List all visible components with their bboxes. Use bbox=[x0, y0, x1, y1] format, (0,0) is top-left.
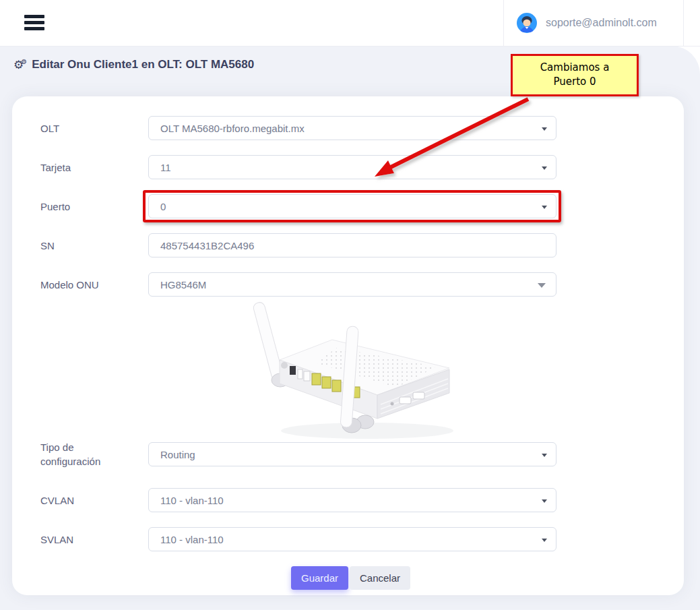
tarjeta-select-value: 11 bbox=[160, 162, 171, 173]
save-button[interactable]: Guardar bbox=[291, 566, 348, 590]
olt-select[interactable]: OLT MA5680-rbforo.megabit.mx bbox=[148, 116, 556, 140]
avatar bbox=[517, 13, 537, 33]
form-row-tarjeta: Tarjeta 11 bbox=[12, 155, 684, 179]
sn-label: SN bbox=[40, 233, 131, 257]
user-menu[interactable]: soporte@adminolt.com bbox=[503, 0, 684, 46]
chevron-down-icon bbox=[538, 283, 546, 288]
modelo-onu-select[interactable]: HG8546M bbox=[148, 272, 556, 297]
chevron-down-icon bbox=[542, 499, 547, 503]
tipo-configuracion-label: Tipo de configuración bbox=[40, 442, 131, 466]
tarjeta-select[interactable]: 11 bbox=[148, 155, 556, 179]
sn-input[interactable] bbox=[148, 233, 556, 257]
tarjeta-label: Tarjeta bbox=[40, 155, 131, 179]
svlan-select[interactable]: 110 - vlan-110 bbox=[148, 527, 556, 551]
form-row-tipo-configuracion: Tipo de configuración Routing bbox=[12, 442, 684, 466]
form-row-olt: OLT OLT MA5680-rbforo.megabit.mx bbox=[12, 116, 684, 140]
puerto-select[interactable]: 0 bbox=[148, 194, 556, 218]
chevron-down-icon bbox=[542, 206, 547, 209]
cvlan-select-value: 110 - vlan-110 bbox=[160, 495, 224, 506]
user-email: soporte@adminolt.com bbox=[546, 17, 657, 29]
form-card: OLT OLT MA5680-rbforo.megabit.mx Tarjeta… bbox=[12, 96, 684, 595]
form-actions: Guardar Cancelar bbox=[12, 566, 684, 590]
main-content: ⚙⚙ Editar Onu Cliente1 en OLT: OLT MA568… bbox=[0, 46, 700, 610]
olt-select-value: OLT MA5680-rbforo.megabit.mx bbox=[160, 123, 305, 134]
form-row-sn: SN bbox=[12, 233, 684, 257]
puerto-select-value: 0 bbox=[160, 201, 166, 212]
cvlan-label: CVLAN bbox=[40, 488, 131, 512]
olt-label: OLT bbox=[40, 116, 131, 140]
hamburger-menu-icon[interactable] bbox=[24, 15, 44, 31]
tipo-configuracion-select[interactable]: Routing bbox=[148, 442, 556, 466]
svlan-select-value: 110 - vlan-110 bbox=[160, 534, 224, 545]
form-row-puerto: Puerto 0 bbox=[12, 194, 684, 218]
puerto-label: Puerto bbox=[40, 194, 131, 218]
chevron-down-icon bbox=[542, 127, 547, 131]
form-row-modelo-onu: Modelo ONU HG8546M bbox=[12, 272, 684, 297]
modelo-onu-select-value: HG8546M bbox=[160, 279, 206, 291]
cvlan-select[interactable]: 110 - vlan-110 bbox=[148, 488, 556, 512]
onu-product-image bbox=[236, 298, 458, 444]
svlan-label: SVLAN bbox=[40, 527, 131, 551]
form-row-cvlan: CVLAN 110 - vlan-110 bbox=[12, 488, 684, 512]
annotation-callout: Cambiamos a Puerto 0 bbox=[511, 54, 639, 96]
form-row-svlan: SVLAN 110 - vlan-110 bbox=[12, 527, 684, 551]
annotation-line1: Cambiamos a bbox=[513, 61, 637, 75]
chevron-down-icon bbox=[542, 539, 547, 542]
page-title-text: Editar Onu Cliente1 en OLT: OLT MA5680 bbox=[32, 58, 254, 71]
tipo-configuracion-select-value: Routing bbox=[160, 449, 195, 460]
modelo-onu-label: Modelo ONU bbox=[40, 272, 131, 297]
annotation-line2: Puerto 0 bbox=[513, 75, 637, 89]
chevron-down-icon bbox=[542, 166, 547, 170]
topbar: soporte@adminolt.com bbox=[0, 0, 700, 47]
cancel-button[interactable]: Cancelar bbox=[350, 566, 410, 590]
page-title: ⚙⚙ Editar Onu Cliente1 en OLT: OLT MA568… bbox=[13, 58, 254, 71]
cogs-icon: ⚙⚙ bbox=[13, 59, 27, 71]
chevron-down-icon bbox=[542, 454, 547, 457]
